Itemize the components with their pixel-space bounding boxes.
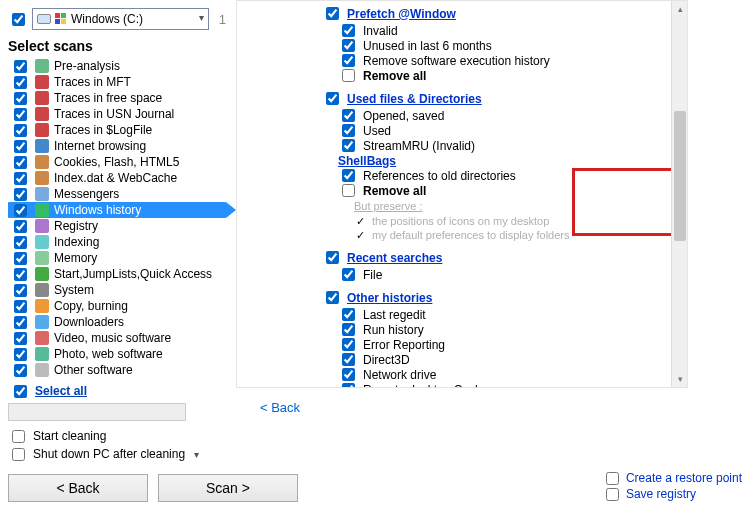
- other-item-checkbox[interactable]: [342, 338, 355, 351]
- scan-checkbox[interactable]: [14, 188, 27, 201]
- scan-checkbox[interactable]: [14, 252, 27, 265]
- scan-item-pre-analysis[interactable]: Pre-analysis: [8, 58, 226, 74]
- scan-label: Memory: [54, 251, 97, 265]
- scan-type-icon: [35, 139, 49, 153]
- scan-item-indexing[interactable]: Indexing: [8, 234, 226, 250]
- scan-item-start-jumplists-quick-access[interactable]: Start,JumpLists,Quick Access: [8, 266, 226, 282]
- scan-item-other-software[interactable]: Other software: [8, 362, 226, 378]
- prefetch-item-checkbox[interactable]: [342, 24, 355, 37]
- restore-point-label[interactable]: Create a restore point: [626, 471, 742, 485]
- preserve-opt-1: the positions of icons on my desktop: [372, 215, 549, 227]
- scan-checkbox[interactable]: [14, 332, 27, 345]
- recent-group-checkbox[interactable]: [326, 251, 339, 264]
- scan-item-messengers[interactable]: Messengers: [8, 186, 226, 202]
- other-group-title[interactable]: Other histories: [347, 291, 432, 305]
- scan-checkbox[interactable]: [14, 348, 27, 361]
- back-button[interactable]: < Back: [8, 474, 148, 502]
- scan-item-memory[interactable]: Memory: [8, 250, 226, 266]
- select-all-link[interactable]: Select all: [35, 384, 87, 398]
- scan-item-traces-in-free-space[interactable]: Traces in free space: [8, 90, 226, 106]
- scan-checkbox[interactable]: [14, 284, 27, 297]
- recent-group-title[interactable]: Recent searches: [347, 251, 442, 265]
- usedfiles-group-title[interactable]: Used files & Directories: [347, 92, 482, 106]
- refs-label: References to old directories: [363, 169, 516, 183]
- scan-checkbox[interactable]: [14, 60, 27, 73]
- prefetch-removeall-checkbox[interactable]: [342, 69, 355, 82]
- save-registry-checkbox[interactable]: [606, 488, 619, 501]
- refs-checkbox[interactable]: [342, 169, 355, 182]
- usedfiles-item-checkbox[interactable]: [342, 139, 355, 152]
- prefetch-item-checkbox[interactable]: [342, 39, 355, 52]
- other-item-checkbox[interactable]: [342, 353, 355, 366]
- drive-checkbox[interactable]: [12, 13, 25, 26]
- scan-checkbox[interactable]: [14, 220, 27, 233]
- start-cleaning-label: Start cleaning: [33, 429, 106, 443]
- usedfiles-item-checkbox[interactable]: [342, 109, 355, 122]
- select-all-checkbox[interactable]: [14, 385, 27, 398]
- scan-checkbox[interactable]: [14, 268, 27, 281]
- scan-item-cookies-flash-html5[interactable]: Cookies, Flash, HTML5: [8, 154, 226, 170]
- scan-item-registry[interactable]: Registry: [8, 218, 226, 234]
- usedfiles-removeall-label: Remove all: [363, 184, 426, 198]
- scan-label: Traces in $LogFile: [54, 123, 152, 137]
- drive-selector[interactable]: Windows (C:) ▾: [32, 8, 209, 30]
- other-item-checkbox[interactable]: [342, 368, 355, 381]
- other-item-checkbox[interactable]: [342, 308, 355, 321]
- scan-label: System: [54, 283, 94, 297]
- usedfiles-item-checkbox[interactable]: [342, 124, 355, 137]
- scroll-up-icon[interactable]: ▴: [672, 1, 688, 17]
- chevron-down-icon[interactable]: ▾: [194, 449, 199, 460]
- scan-label: Internet browsing: [54, 139, 146, 153]
- progress-bar: [8, 403, 186, 421]
- other-item-checkbox[interactable]: [342, 323, 355, 336]
- scan-checkbox[interactable]: [14, 172, 27, 185]
- recent-item-checkbox[interactable]: [342, 268, 355, 281]
- scan-checkbox[interactable]: [14, 140, 27, 153]
- scan-item-video-music-software[interactable]: Video, music software: [8, 330, 226, 346]
- prefetch-group-checkbox[interactable]: [326, 7, 339, 20]
- shellbags-link[interactable]: ShellBags: [338, 154, 396, 168]
- restore-point-checkbox[interactable]: [606, 472, 619, 485]
- scan-checkbox[interactable]: [14, 316, 27, 329]
- scan-checkbox[interactable]: [14, 364, 27, 377]
- save-registry-label[interactable]: Save registry: [626, 487, 696, 501]
- scan-item-internet-browsing[interactable]: Internet browsing: [8, 138, 226, 154]
- scroll-down-icon[interactable]: ▾: [672, 371, 688, 387]
- scan-type-icon: [35, 235, 49, 249]
- scan-item-windows-history[interactable]: Windows history: [8, 202, 226, 218]
- scan-item-system[interactable]: System: [8, 282, 226, 298]
- scan-button[interactable]: Scan >: [158, 474, 298, 502]
- prefetch-item-checkbox[interactable]: [342, 54, 355, 67]
- scan-checkbox[interactable]: [14, 92, 27, 105]
- scroll-thumb[interactable]: [674, 111, 686, 241]
- scan-item-traces-in-usn-journal[interactable]: Traces in USN Journal: [8, 106, 226, 122]
- scan-checkbox[interactable]: [14, 76, 27, 89]
- scan-checkbox[interactable]: [14, 124, 27, 137]
- prefetch-removeall-label: Remove all: [363, 69, 426, 83]
- scan-checkbox[interactable]: [14, 204, 27, 217]
- check-icon: ✓: [354, 229, 366, 242]
- scan-item-traces-in-mft[interactable]: Traces in MFT: [8, 74, 226, 90]
- other-item-label: Error Reporting: [363, 338, 445, 352]
- prefetch-group-title[interactable]: Prefetch @Window: [347, 7, 456, 21]
- scan-checkbox[interactable]: [14, 108, 27, 121]
- usedfiles-item-label: Opened, saved: [363, 109, 444, 123]
- start-cleaning-checkbox[interactable]: [12, 430, 25, 443]
- back-link[interactable]: < Back: [260, 400, 300, 415]
- other-group-checkbox[interactable]: [326, 291, 339, 304]
- usedfiles-removeall-checkbox[interactable]: [342, 184, 355, 197]
- scan-item-index-dat-webcache[interactable]: Index.dat & WebCache: [8, 170, 226, 186]
- scan-checkbox[interactable]: [14, 236, 27, 249]
- scrollbar[interactable]: ▴ ▾: [671, 1, 687, 387]
- scan-checkbox[interactable]: [14, 300, 27, 313]
- scan-item-traces-in-logfile[interactable]: Traces in $LogFile: [8, 122, 226, 138]
- scan-item-copy-burning[interactable]: Copy, burning: [8, 298, 226, 314]
- shutdown-checkbox[interactable]: [12, 448, 25, 461]
- scan-type-icon: [35, 75, 49, 89]
- scan-checkbox[interactable]: [14, 156, 27, 169]
- prefetch-item-label: Invalid: [363, 24, 398, 38]
- usedfiles-group-checkbox[interactable]: [326, 92, 339, 105]
- scan-item-photo-web-software[interactable]: Photo, web software: [8, 346, 226, 362]
- other-item-checkbox[interactable]: [342, 383, 355, 388]
- scan-item-downloaders[interactable]: Downloaders: [8, 314, 226, 330]
